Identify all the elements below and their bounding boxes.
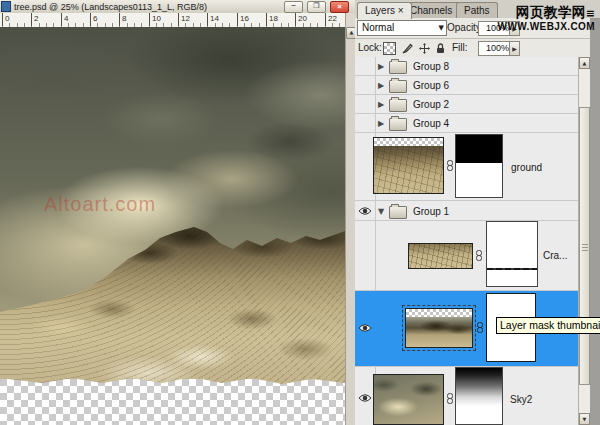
fill-spinner[interactable]: ▶ — [509, 41, 520, 56]
mask-crack-line — [487, 268, 537, 270]
layer-name: Group 8 — [413, 61, 449, 72]
document-title: tree.psd @ 25% (Landscapes0113_1_L, RGB/… — [14, 2, 284, 12]
folder-icon — [389, 61, 407, 74]
visibility-toggle[interactable] — [355, 291, 376, 366]
minimize-button[interactable]: ─ — [284, 1, 303, 13]
fill-input[interactable]: 100% — [478, 41, 513, 56]
scroll-up-arrow[interactable]: ▲ — [579, 57, 590, 69]
layer-thumbnail[interactable] — [373, 374, 444, 425]
site-name-cn: 网页教学网 — [516, 4, 586, 20]
restore-button[interactable]: ❐ — [307, 1, 326, 13]
layers-panel: Layers × Channels Paths 网页教学网≡ WWW.WEBJX… — [355, 0, 600, 425]
layer-row-group1[interactable]: ▼ Group 1 — [355, 201, 590, 221]
layer-thumbnail[interactable] — [373, 137, 444, 194]
scroll-down-arrow[interactable]: ▼ — [579, 413, 590, 425]
chevron-down-icon: ▼ — [439, 21, 444, 35]
lock-options-row: Lock: Fill: 100% ▶ — [355, 39, 590, 58]
ruler-label: 12 — [178, 13, 190, 26]
lock-all-padlock-icon[interactable] — [436, 43, 445, 54]
layer-thumbnail[interactable] — [408, 243, 473, 269]
link-icon — [475, 250, 483, 261]
eye-icon[interactable] — [358, 323, 372, 333]
ruler-label: 6 — [90, 13, 97, 26]
visibility-toggle[interactable] — [355, 221, 376, 290]
lock-pixels-brush-icon[interactable] — [402, 43, 413, 54]
close-button[interactable]: × — [330, 1, 349, 13]
ruler-label: 22 — [325, 13, 337, 26]
layer-name: Sky2 — [510, 394, 532, 405]
expand-collapsed-icon[interactable]: ▶ — [378, 81, 384, 90]
ruler-label: 0 — [2, 13, 9, 26]
expand-collapsed-icon[interactable]: ▶ — [378, 119, 384, 128]
link-icon — [446, 393, 454, 404]
tooltip: Layer mask thumbnail — [496, 317, 600, 334]
ruler-label: 4 — [61, 13, 68, 26]
lock-label: Lock: — [358, 42, 382, 53]
panel-menu-icon: ≡ — [586, 7, 595, 20]
layer-list: ▶ Group 8 ▶ Group 6 ▶ Group 2 ▶ Group 4 — [355, 57, 590, 425]
layer-mask-thumbnail[interactable] — [455, 134, 503, 198]
layer-row-group8[interactable]: ▶ Group 8 — [355, 57, 590, 76]
fill-label: Fill: — [452, 42, 468, 53]
layer-name: Cra... — [543, 250, 567, 261]
blend-mode-select[interactable]: Normal ▼ — [357, 20, 447, 36]
ruler-label: 2 — [31, 13, 38, 26]
canvas[interactable]: Altoart.com — [0, 27, 345, 425]
layer-mask-thumbnail[interactable] — [455, 367, 503, 425]
expand-collapsed-icon[interactable]: ▶ — [378, 100, 384, 109]
psd-file-icon — [1, 1, 11, 12]
panel-vertical-scrollbar[interactable]: ▲ ▼ — [578, 57, 590, 425]
document-titlebar[interactable]: tree.psd @ 25% (Landscapes0113_1_L, RGB/… — [0, 0, 355, 14]
lock-transparency-icon[interactable] — [383, 42, 396, 55]
folder-icon — [389, 80, 407, 93]
image-watermark: Altoart.com — [44, 193, 156, 216]
scrollbar-grip — [582, 244, 588, 251]
layer-row-group4[interactable]: ▶ Group 4 — [355, 114, 590, 133]
visibility-toggle[interactable] — [355, 95, 376, 113]
layer-row-group6[interactable]: ▶ Group 6 — [355, 76, 590, 95]
tab-paths[interactable]: Paths — [456, 2, 498, 18]
lock-position-move-icon[interactable] — [419, 43, 430, 54]
ruler-label: 14 — [207, 13, 219, 26]
visibility-toggle[interactable] — [355, 57, 376, 75]
folder-icon — [389, 99, 407, 112]
eye-icon[interactable] — [358, 393, 372, 403]
blend-mode-value: Normal — [362, 22, 394, 33]
layer-row-group2[interactable]: ▶ Group 2 — [355, 95, 590, 114]
layer-row-ground[interactable]: ground — [355, 133, 590, 201]
folder-icon — [389, 118, 407, 131]
eye-icon[interactable] — [358, 206, 372, 216]
scrollbar-thumb[interactable] — [579, 107, 590, 385]
ruler-label: 16 — [237, 13, 249, 26]
document-window: tree.psd @ 25% (Landscapes0113_1_L, RGB/… — [0, 0, 355, 425]
layer-name: Group 1 — [413, 206, 449, 217]
site-watermark: 网页教学网≡ WWW.WEBJX.COM — [498, 3, 595, 32]
folder-icon — [389, 206, 407, 219]
visibility-toggle[interactable] — [355, 114, 376, 132]
tab-layers[interactable]: Layers × — [357, 2, 412, 19]
layer-name: Group 2 — [413, 99, 449, 110]
layer-name: Group 6 — [413, 80, 449, 91]
ruler-label: 18 — [266, 13, 278, 26]
layer-name: ground — [511, 162, 542, 173]
ruler-label: 10 — [149, 13, 161, 26]
ruler-label: 20 — [295, 13, 307, 26]
visibility-toggle[interactable] — [355, 76, 376, 94]
horizontal-ruler: 0 2 4 6 8 10 12 14 16 18 20 22 — [0, 13, 345, 28]
expand-expanded-icon[interactable]: ▼ — [378, 207, 384, 216]
site-url: WWW.WEBJX.COM — [498, 21, 595, 32]
layer-thumbnail[interactable] — [405, 308, 473, 348]
layer-name: Group 4 — [413, 118, 449, 129]
ruler-label: 8 — [119, 13, 126, 26]
link-icon — [446, 160, 454, 171]
link-icon — [476, 322, 484, 333]
visibility-toggle[interactable] — [355, 201, 376, 220]
expand-collapsed-icon[interactable]: ▶ — [378, 62, 384, 71]
layer-row-sky2[interactable]: Sky2 — [355, 367, 590, 425]
layer-row-cracked[interactable]: Cra... — [355, 221, 590, 291]
layer-mask-thumbnail[interactable] — [486, 221, 538, 287]
